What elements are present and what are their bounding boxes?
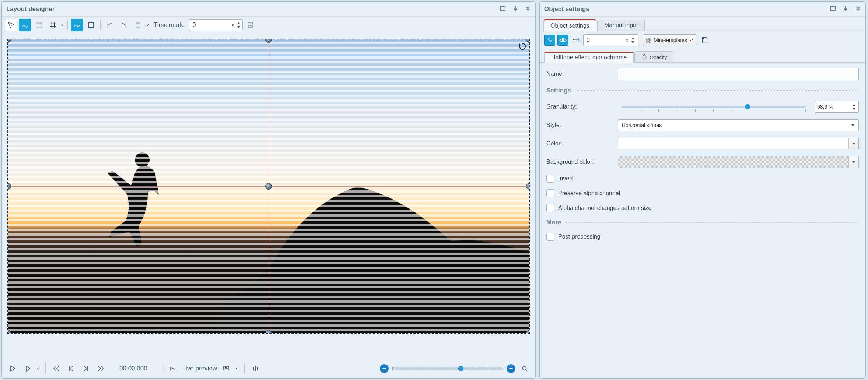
link-button[interactable] xyxy=(544,35,555,46)
zoom-fit-button[interactable] xyxy=(519,363,530,374)
rotate-handle-icon[interactable] xyxy=(518,42,526,50)
zoom-thumb[interactable] xyxy=(458,366,463,371)
spin-down-icon[interactable] xyxy=(852,107,856,111)
layout-toolbar: Time mark: s xyxy=(2,17,535,34)
preview-mode-button[interactable] xyxy=(221,363,232,374)
svg-rect-9 xyxy=(831,6,835,11)
mini-templates-dropdown[interactable]: Mini-templates xyxy=(643,34,696,46)
shift-value[interactable] xyxy=(587,37,623,43)
bgcolor-swatch[interactable] xyxy=(618,156,849,168)
pin-icon[interactable] xyxy=(843,6,848,13)
postproc-checkbox[interactable] xyxy=(546,233,554,241)
handle-br[interactable] xyxy=(526,330,530,334)
postproc-label: Post-processing xyxy=(558,233,601,240)
tab-halftone[interactable]: Halftone effect, monochrome xyxy=(544,52,634,63)
fast-forward-button[interactable] xyxy=(95,363,106,374)
list-button[interactable] xyxy=(132,19,144,31)
canvas[interactable] xyxy=(7,39,530,334)
preserve-alpha-checkbox[interactable] xyxy=(546,189,554,197)
align-tool-button[interactable] xyxy=(33,19,45,31)
zoom-out-button[interactable]: − xyxy=(380,364,389,373)
shift-icon xyxy=(572,36,580,45)
save-button[interactable] xyxy=(244,19,257,31)
color-picker[interactable] xyxy=(618,138,859,149)
svg-rect-0 xyxy=(501,6,505,11)
svg-point-10 xyxy=(562,39,564,41)
svg-rect-2 xyxy=(249,22,252,24)
layout-designer-panel: Layout designer Time mark: s xyxy=(1,1,536,379)
keyframe-in-button[interactable] xyxy=(104,19,116,31)
object-settings-panel: Object settings Object settings Manual i… xyxy=(539,1,866,379)
visibility-button[interactable] xyxy=(557,35,568,46)
tab-manual-input[interactable]: Manual input xyxy=(597,19,645,31)
invert-checkbox[interactable] xyxy=(546,175,554,183)
spin-up-icon[interactable] xyxy=(631,36,635,40)
play-button[interactable] xyxy=(7,363,18,374)
handle-bc[interactable] xyxy=(265,330,272,334)
time-mark-input[interactable]: s xyxy=(189,19,243,31)
svg-rect-11 xyxy=(647,38,648,40)
crop-tool-button[interactable] xyxy=(85,19,97,31)
select-tool-button[interactable] xyxy=(5,19,17,31)
handle-center[interactable] xyxy=(265,183,272,190)
chevron-down-icon[interactable] xyxy=(36,366,40,372)
tab-opacity[interactable]: Opacity xyxy=(634,51,674,62)
object-settings-title: Object settings xyxy=(544,6,830,13)
color-dropdown-icon[interactable] xyxy=(849,138,858,149)
alpha-pattern-checkbox[interactable] xyxy=(546,204,554,212)
grid-tool-button[interactable] xyxy=(47,19,59,31)
chevron-down-icon[interactable] xyxy=(235,366,239,372)
time-mark-label: Time mark: xyxy=(154,21,185,29)
close-icon[interactable] xyxy=(525,6,531,13)
object-settings-header: Object settings xyxy=(540,2,865,17)
maximize-icon[interactable] xyxy=(500,6,506,13)
shift-input[interactable]: s xyxy=(583,34,638,46)
tab-object-settings[interactable]: Object settings xyxy=(543,19,596,31)
live-preview-icon[interactable] xyxy=(168,363,179,374)
spin-up-icon[interactable] xyxy=(237,21,241,25)
granularity-slider[interactable] xyxy=(622,106,806,108)
tab-opacity-label: Opacity xyxy=(650,54,667,60)
pin-icon[interactable] xyxy=(512,6,518,13)
bgcolor-dropdown-icon[interactable] xyxy=(849,156,858,168)
curve-tool-button[interactable] xyxy=(19,19,31,31)
chevron-down-icon[interactable] xyxy=(146,22,149,28)
svg-rect-12 xyxy=(649,38,651,40)
maximize-icon[interactable] xyxy=(830,6,836,13)
svg-rect-14 xyxy=(649,41,651,42)
live-preview-label: Live preview xyxy=(182,365,217,372)
path-tool-button[interactable] xyxy=(71,19,83,31)
layout-designer-title: Layout designer xyxy=(6,6,500,13)
keyframe-out-button[interactable] xyxy=(118,19,130,31)
preserve-alpha-label: Preserve alpha channel xyxy=(558,190,620,197)
name-input[interactable] xyxy=(618,68,859,80)
rewind-button[interactable] xyxy=(51,363,62,374)
color-swatch[interactable] xyxy=(618,138,849,149)
spin-up-icon[interactable] xyxy=(852,103,856,107)
bgcolor-label: Background color: xyxy=(546,159,613,165)
bgcolor-picker[interactable] xyxy=(618,156,859,168)
zoom-in-button[interactable]: + xyxy=(507,364,515,373)
chevron-down-icon[interactable] xyxy=(61,22,64,28)
time-mark-value[interactable] xyxy=(192,22,229,28)
prev-frame-button[interactable] xyxy=(66,363,77,374)
name-label: Name: xyxy=(546,71,613,77)
handle-mr[interactable] xyxy=(526,183,530,190)
svg-rect-15 xyxy=(703,38,706,39)
canvas-viewport xyxy=(2,34,535,359)
close-icon[interactable] xyxy=(855,6,861,13)
invert-label: Invert xyxy=(558,175,573,182)
next-frame-button[interactable] xyxy=(80,363,91,374)
spin-down-icon[interactable] xyxy=(237,25,241,29)
granularity-value-input[interactable]: 68,3 % xyxy=(815,101,859,113)
zoom-slider[interactable] xyxy=(392,367,503,370)
svg-rect-1 xyxy=(89,23,94,28)
spin-down-icon[interactable] xyxy=(631,41,635,44)
save-template-button[interactable] xyxy=(699,34,711,46)
style-dropdown[interactable]: Horizontal stripes xyxy=(618,119,859,131)
timecode-display: 00:00.000 xyxy=(119,365,147,372)
layout-designer-header: Layout designer xyxy=(2,2,535,17)
play-from-button[interactable] xyxy=(22,363,33,374)
granularity-thumb[interactable] xyxy=(745,104,750,109)
equalizer-button[interactable] xyxy=(250,363,261,374)
